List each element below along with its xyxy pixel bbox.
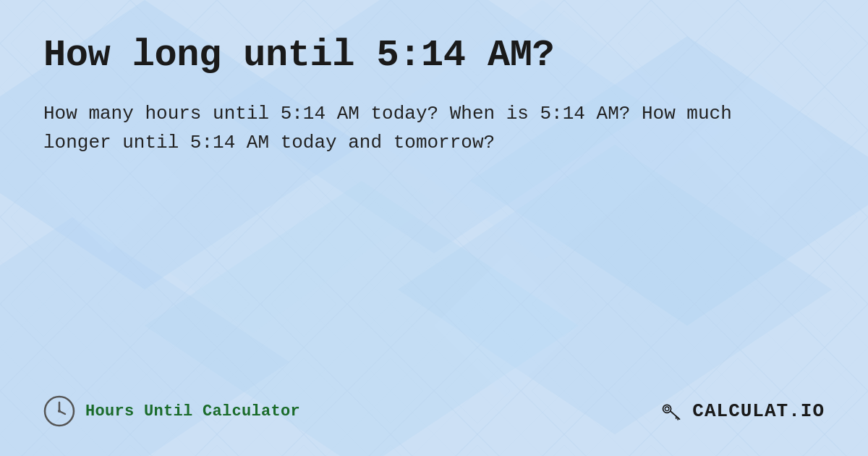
- clock-icon: [43, 395, 75, 427]
- branding-left: Hours Until Calculator: [43, 395, 300, 427]
- branding-right: CALCULAT.IO: [659, 397, 825, 425]
- svg-point-22: [58, 410, 61, 413]
- footer: Hours Until Calculator CALCULAT.IO: [43, 395, 825, 427]
- page-description: How many hours until 5:14 AM today? When…: [43, 99, 810, 158]
- calculat-logo-icon: [659, 397, 686, 425]
- calculat-label: CALCULAT.IO: [692, 400, 825, 422]
- svg-point-24: [665, 407, 670, 411]
- hours-calculator-label: Hours Until Calculator: [85, 402, 300, 421]
- svg-point-23: [663, 405, 671, 413]
- page-title: How long until 5:14 AM?: [43, 35, 825, 76]
